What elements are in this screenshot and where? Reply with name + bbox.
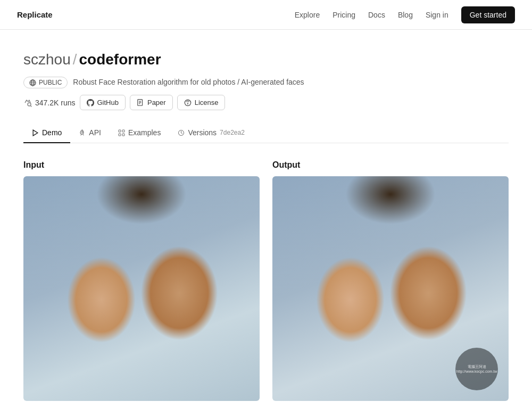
history-icon xyxy=(178,129,185,136)
globe-icon xyxy=(29,79,36,86)
runs-badge: 347.2K runs xyxy=(23,99,76,107)
watermark-line2: http://www.kocpc.com.tw xyxy=(456,370,497,373)
model-name[interactable]: codeformer xyxy=(79,51,161,68)
public-badge-label: PUBLIC xyxy=(39,79,62,86)
grid-icon xyxy=(118,129,125,136)
tab-demo-label: Demo xyxy=(42,128,62,137)
github-label: GitHub xyxy=(97,99,119,106)
public-badge: PUBLIC xyxy=(23,77,68,88)
output-column: Output 電腦王阿達 http://www.kocpc.com.tw xyxy=(272,160,509,401)
meta-right: 347.2K runs GitHub Paper xyxy=(23,95,225,110)
paper-label: Paper xyxy=(147,99,166,106)
output-label: Output xyxy=(272,160,509,170)
nav-explore[interactable]: Explore xyxy=(295,11,320,19)
nav-signin[interactable]: Sign in xyxy=(426,11,448,19)
model-owner[interactable]: sczhou xyxy=(23,51,71,68)
slash: / xyxy=(73,51,77,68)
watermark-text: 電腦王阿達 http://www.kocpc.com.tw xyxy=(454,362,500,376)
paper-icon xyxy=(137,99,144,106)
output-image: 電腦王阿達 http://www.kocpc.com.tw xyxy=(272,176,509,401)
svg-point-14 xyxy=(82,131,83,132)
tab-examples-label: Examples xyxy=(128,128,161,137)
tab-versions[interactable]: Versions 7de2ea2 xyxy=(169,123,253,143)
version-hash: 7de2ea2 xyxy=(220,129,245,136)
input-label: Input xyxy=(23,160,260,170)
input-column: Input xyxy=(23,160,260,401)
license-icon xyxy=(184,99,192,106)
tabs: Demo API Examples Versions xyxy=(23,123,509,143)
nav-pricing[interactable]: Pricing xyxy=(332,11,355,19)
play-icon xyxy=(32,129,39,136)
nav-docs[interactable]: Docs xyxy=(368,11,385,19)
main-content: sczhou/codeformer PUBLIC Robust Face Res… xyxy=(11,30,521,410)
nav-links: Explore Pricing Docs Blog Sign in Get st… xyxy=(295,6,515,23)
rocket-icon xyxy=(79,129,86,136)
meta-row: PUBLIC Robust Face Restoration algorithm… xyxy=(23,77,509,110)
license-label: License xyxy=(195,99,219,106)
tab-versions-label: Versions xyxy=(188,128,217,137)
svg-rect-18 xyxy=(122,134,124,136)
tab-demo[interactable]: Demo xyxy=(23,123,70,143)
svg-rect-15 xyxy=(119,130,121,132)
github-button[interactable]: GitHub xyxy=(80,95,126,110)
model-description: Robust Face Restoration algorithm for ol… xyxy=(73,77,304,88)
nav-blog[interactable]: Blog xyxy=(398,11,413,19)
meta-left: PUBLIC Robust Face Restoration algorithm… xyxy=(23,77,304,88)
demo-section: Input Output 電腦王阿達 http://www.kocpc.com.… xyxy=(23,160,509,401)
svg-rect-17 xyxy=(119,134,121,136)
watermark: 電腦王阿達 http://www.kocpc.com.tw xyxy=(455,348,498,390)
github-icon xyxy=(87,99,94,106)
svg-marker-13 xyxy=(33,130,38,136)
paper-button[interactable]: Paper xyxy=(130,95,173,110)
get-started-button[interactable]: Get started xyxy=(461,6,515,23)
model-title: sczhou/codeformer xyxy=(23,51,509,68)
tab-examples[interactable]: Examples xyxy=(110,123,169,143)
site-logo[interactable]: Replicate xyxy=(17,10,53,19)
navbar: Replicate Explore Pricing Docs Blog Sign… xyxy=(0,0,532,30)
tab-api-label: API xyxy=(89,128,101,137)
input-photo-bg xyxy=(23,176,260,401)
tab-api[interactable]: API xyxy=(70,123,110,143)
input-image xyxy=(23,176,260,401)
watermark-line1: 電腦王阿達 xyxy=(468,365,486,368)
svg-rect-16 xyxy=(122,130,124,132)
license-button[interactable]: License xyxy=(177,95,226,110)
svg-point-12 xyxy=(187,102,188,103)
runs-count: 347.2K runs xyxy=(35,99,76,107)
runs-icon xyxy=(23,99,32,107)
